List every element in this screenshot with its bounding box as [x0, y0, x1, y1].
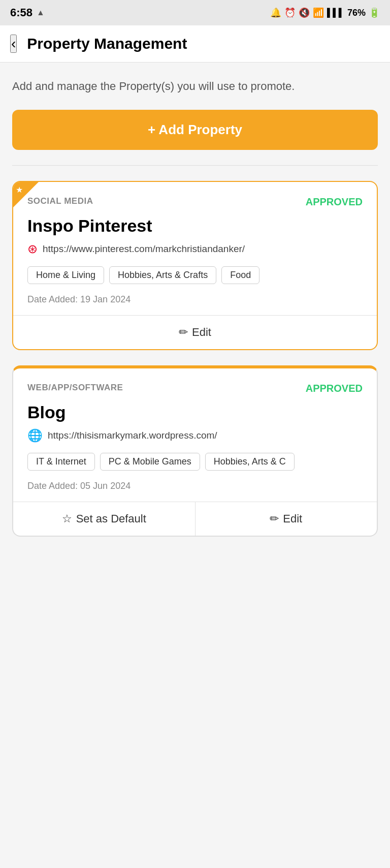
card-2-date: Date Added: 05 Jun 2024	[27, 481, 363, 491]
card-2-url-row: 🌐 https://thisismarkymark.wordpress.com/	[27, 428, 363, 443]
card-2-status: APPROVED	[306, 383, 363, 394]
card-2-category: WEB/APP/SOFTWARE	[27, 383, 123, 393]
card-2-tags: IT & Internet PC & Mobile Games Hobbies,…	[27, 453, 363, 471]
card-2-header-row: WEB/APP/SOFTWARE APPROVED	[27, 383, 363, 394]
card-1-body: SOCIAL MEDIA APPROVED Inspo Pinterest ⊛ …	[13, 182, 377, 315]
alarm-icon: 🔔	[270, 7, 281, 18]
card-1-footer: ✏ Edit	[13, 315, 377, 349]
page-subtitle: Add and manage the Property(s) you will …	[12, 78, 378, 95]
add-property-button[interactable]: + Add Property	[12, 110, 378, 150]
edit-label-2: Edit	[283, 512, 302, 525]
pinterest-icon: ⊛	[27, 242, 38, 256]
property-card-1: ★ SOCIAL MEDIA APPROVED Inspo Pinterest …	[12, 181, 378, 350]
card-2-url: https://thisismarkymark.wordpress.com/	[48, 430, 217, 441]
card-1-edit-button[interactable]: ✏ Edit	[13, 316, 377, 349]
tag-it-internet: IT & Internet	[27, 453, 95, 471]
tag-hobbies-arts: Hobbies, Arts & Crafts	[109, 266, 216, 284]
status-bar: 6:58 ▲ 🔔 ⏰ 🔇 📶 ▌▌▌ 76% 🔋	[0, 0, 390, 25]
status-alert: ▲	[37, 8, 45, 17]
tag-home-living: Home & Living	[27, 266, 104, 284]
edit-icon: ✏	[179, 326, 188, 339]
card-1-status: APPROVED	[306, 196, 363, 208]
wifi-icon: 📶	[313, 7, 324, 18]
battery-icon: 🔋	[369, 7, 380, 18]
set-default-label: Set as Default	[76, 512, 146, 525]
card-1-date: Date Added: 19 Jan 2024	[27, 294, 363, 305]
clock-icon: ⏰	[284, 7, 296, 18]
tag-food: Food	[221, 266, 259, 284]
property-card-2: WEB/APP/SOFTWARE APPROVED Blog 🌐 https:/…	[12, 365, 378, 537]
status-icons: 🔔 ⏰ 🔇 📶 ▌▌▌ 76% 🔋	[270, 7, 380, 18]
card-1-title: Inspo Pinterest	[27, 216, 363, 236]
section-divider	[12, 165, 378, 166]
back-button[interactable]: ‹	[10, 35, 17, 53]
card-2-footer: ☆ Set as Default ✏ Edit	[13, 502, 377, 536]
battery-percent: 76%	[347, 8, 366, 18]
card-2-body: WEB/APP/SOFTWARE APPROVED Blog 🌐 https:/…	[13, 368, 377, 502]
card-1-url: https://www.pinterest.com/markchristiand…	[43, 243, 245, 255]
card-1-url-row: ⊛ https://www.pinterest.com/markchristia…	[27, 242, 363, 256]
star-outline-icon: ☆	[62, 512, 72, 525]
mute-icon: 🔇	[299, 7, 310, 18]
card-1-tags: Home & Living Hobbies, Arts & Crafts Foo…	[27, 266, 363, 284]
status-time: 6:58	[10, 6, 32, 19]
signal-icon: ▌▌▌	[327, 8, 344, 17]
globe-icon: 🌐	[27, 428, 43, 443]
card-2-edit-button[interactable]: ✏ Edit	[196, 502, 377, 536]
tag-pc-mobile: PC & Mobile Games	[100, 453, 200, 471]
card-1-header-row: SOCIAL MEDIA APPROVED	[27, 196, 363, 208]
tag-hobbies-arts-c: Hobbies, Arts & C	[205, 453, 295, 471]
main-content: Add and manage the Property(s) you will …	[0, 63, 390, 567]
app-header: ‹ Property Management	[0, 25, 390, 63]
page-title: Property Management	[27, 35, 187, 52]
edit-icon-2: ✏	[270, 512, 279, 525]
star-filled-icon: ★	[16, 185, 23, 195]
card-2-title: Blog	[27, 402, 363, 422]
edit-label: Edit	[192, 326, 211, 339]
card-2-set-default-button[interactable]: ☆ Set as Default	[13, 502, 196, 536]
card-1-category: SOCIAL MEDIA	[27, 196, 93, 206]
